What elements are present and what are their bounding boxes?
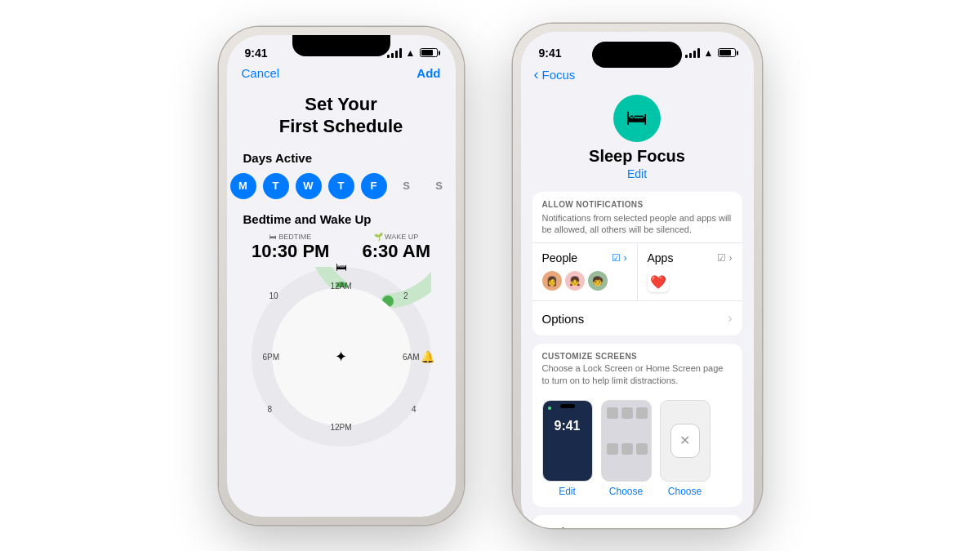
app-dot-3 [636,407,648,419]
add-button[interactable]: Add [416,66,440,80]
lock-screen-preview: 9:41 Edit [542,400,593,497]
allow-notifications-subtext: Notifications from selected people and a… [532,212,742,243]
left-phone: 9:41 ▲ Cancel Add [219,27,464,525]
status-time-left: 9:41 [245,47,268,60]
lock-screen-thumb: 9:41 [542,400,593,482]
battery-icon [420,48,438,57]
customize-screens-header: CUSTOMIZE SCREENS [532,344,742,362]
bedtime-value: 10:30 PM [252,241,329,262]
customize-screens-section: CUSTOMIZE SCREENS Choose a Lock Screen o… [532,344,742,507]
clock-4-right: 4 [412,405,416,414]
lock-screen-time: 9:41 [554,419,580,433]
home-screen-choose-label[interactable]: Choose [609,486,643,497]
bottom-options-label: Options [542,525,585,528]
allow-notifications-header: ALLOW NOTIFICATIONS [532,192,742,212]
app-dot-6 [636,443,648,455]
people-label: People [542,251,578,264]
scene: 9:41 ▲ Cancel Add [0,0,980,551]
signal-icon-right [685,48,700,58]
bedtime-section: Bedtime and Wake Up 🛏 BEDTIME 10:30 PM 🌱… [227,212,456,455]
bottom-options-chevron-icon: › [728,525,732,528]
sound-icon: 🔔 [421,350,434,363]
focus-icon: 🛏 [613,95,661,142]
cancel-button[interactable]: Cancel [242,66,280,80]
wifi-icon-right: ▲ [704,47,714,59]
clock-6pm: 6PM [263,352,280,361]
clock-2: 2 [403,291,408,300]
bottom-options-row[interactable]: Options › [532,515,742,528]
day-F[interactable]: F [361,173,387,199]
bar3 [395,51,398,58]
day-M[interactable]: M [230,173,256,199]
battery-icon-right [718,48,736,57]
signal-icon [387,48,402,58]
options-label: Options [542,312,585,326]
status-time-right: 9:41 [539,47,562,60]
focus-name: Sleep Focus [589,147,685,166]
people-apps-row: People ☑ › 👩 👧 🧒 Apps ☑ › [532,242,742,300]
back-chevron-icon: ‹ [534,66,539,83]
people-header[interactable]: People ☑ › [542,251,627,264]
day-S2[interactable]: S [426,173,452,199]
watch-choose-label[interactable]: Choose [668,486,702,497]
bar1 [387,55,390,58]
bar2 [391,53,394,58]
focus-edit-button[interactable]: Edit [627,167,647,180]
avatar-2: 👧 [565,271,585,291]
back-label: Focus [542,68,576,82]
wakeup-label: 🌱 WAKE UP [362,233,430,241]
battery-fill [421,50,433,56]
day-S1[interactable]: S [394,173,420,199]
apps-header[interactable]: Apps ☑ › [648,251,733,264]
people-col: People ☑ › 👩 👧 🧒 [532,243,638,300]
customize-screens-subtext: Choose a Lock Screen or Home Screen page… [532,362,742,395]
nav-bar-left: Cancel Add [227,63,456,85]
days-row: M T W T F S S [227,173,456,212]
bed-icon-top: 🛏 [336,260,347,273]
options-row[interactable]: Options › [532,300,742,335]
app-dot-2 [621,407,633,419]
people-arrow-icon: ☑ › [612,252,626,264]
wakeup-block: 🌱 WAKE UP 6:30 AM [362,233,430,262]
schedule-title: Set Your First Schedule [227,85,456,151]
app-dot-4 [607,443,618,455]
clock-12am: 12AM [330,282,351,291]
right-phone: 9:41 ▲ ‹ Focus [513,24,762,528]
day-T1[interactable]: T [263,173,289,199]
bar4 [399,48,402,58]
app-dot-5 [621,443,633,455]
watch-thumb: ✕ [660,400,710,482]
lock-screen-edit-label[interactable]: Edit [559,486,576,497]
focus-header: 🛏 Sleep Focus Edit [521,90,754,192]
watch-preview: ✕ Choose [660,400,710,497]
clock-12pm: 12PM [330,423,351,432]
days-active-heading: Days Active [227,151,456,173]
day-W[interactable]: W [296,173,322,199]
home-screen-preview: Choose [601,400,652,497]
wakeup-value: 6:30 AM [362,241,430,262]
app-dot-1 [607,407,618,419]
wifi-icon: ▲ [406,47,416,59]
clock-6am: 6AM [403,352,420,361]
clock-center-star: ✦ [335,348,347,366]
avatars-row: 👩 👧 🧒 [542,271,627,291]
time-labels: 🛏 BEDTIME 10:30 PM 🌱 WAKE UP 6:30 AM [243,233,439,262]
bedtime-heading: Bedtime and Wake Up [243,212,439,226]
apps-col: Apps ☑ › ❤️ [638,243,742,300]
notch [292,35,390,56]
apps-arrow-icon: ☑ › [717,252,732,264]
dynamic-island [592,42,682,68]
lock-screen-notch [560,404,575,408]
bedtime-label: 🛏 BEDTIME [252,233,329,241]
bedtime-block: 🛏 BEDTIME 10:30 PM [252,233,329,262]
lock-screen-indicator [548,407,551,410]
avatar-3: 🧒 [588,271,608,291]
clock: ✦ 12AM 6AM 12PM 6PM 10 2 4 8 ✦ 🔔 🛏 [252,267,431,447]
home-screen-thumb [601,400,652,482]
day-T2[interactable]: T [328,173,354,199]
options-chevron-icon: › [728,311,732,326]
watch-face: ✕ [670,424,700,458]
allow-notifications-section: ALLOW NOTIFICATIONS Notifications from s… [532,192,742,336]
right-phone-screen: 9:41 ▲ ‹ Focus [521,32,754,528]
apps-heart-icon: ❤️ [648,271,669,292]
